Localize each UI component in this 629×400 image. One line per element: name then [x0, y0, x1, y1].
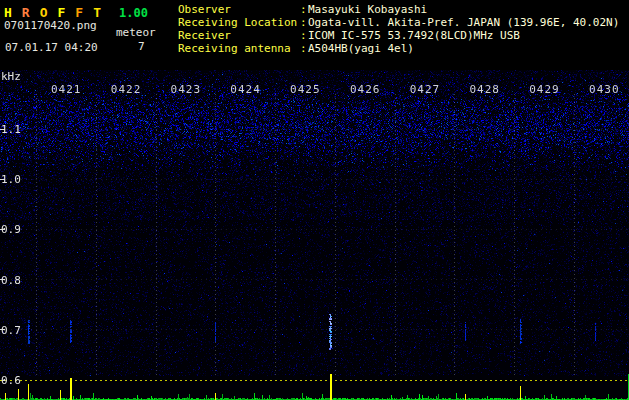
info-separator: :	[300, 3, 308, 16]
x-tick-label: 0422	[111, 83, 142, 96]
y-tick-label: 0.9	[1, 223, 21, 236]
app-title-letter: O	[40, 5, 48, 20]
observation-timestamp: 07.01.17 04:20	[5, 41, 98, 54]
x-tick-label: 0425	[290, 83, 321, 96]
info-label: Receiving Location	[178, 16, 300, 29]
info-value: ICOM IC-575 53.7492(8LCD)MHz USB	[308, 29, 520, 42]
info-label: Receiving antenna	[178, 42, 300, 55]
x-tick-label: 0421	[51, 83, 82, 96]
y-tick-label: 0.8	[1, 274, 21, 287]
info-row-location: Receiving Location:Ogata-vill. Akita-Pre…	[178, 16, 619, 29]
info-value: Ogata-vill. Akita-Pref. JAPAN (139.96E, …	[308, 16, 619, 29]
meteor-counter-value: 7	[138, 40, 145, 53]
info-value: Masayuki Kobayashi	[308, 3, 427, 16]
info-separator: :	[300, 16, 308, 29]
info-row-observer: Observer:Masayuki Kobayashi	[178, 3, 619, 16]
info-label: Receiver	[178, 29, 300, 42]
app-title-letter: F	[57, 5, 65, 20]
info-row-antenna: Receiving antenna:A504HB(yagi 4el)	[178, 42, 619, 55]
x-tick-label: 0426	[350, 83, 381, 96]
info-row-receiver: Receiver:ICOM IC-575 53.7492(8LCD)MHz US…	[178, 29, 619, 42]
y-tick-label: 1.1	[1, 123, 21, 136]
output-filename: 0701170420.png	[4, 19, 97, 32]
hrofft-screenshot: HROFFT1.00 0701170420.png meteor 07.01.1…	[0, 0, 629, 400]
y-axis-unit-label: kHz	[1, 70, 21, 83]
app-version: 1.00	[119, 6, 148, 20]
app-title-letter: T	[93, 5, 101, 20]
info-value: A504HB(yagi 4el)	[308, 42, 414, 55]
app-title-letter: F	[75, 5, 83, 20]
x-tick-label: 0424	[230, 83, 261, 96]
info-separator: :	[300, 29, 308, 42]
x-tick-label: 0427	[410, 83, 441, 96]
app-title-letter: H	[4, 5, 12, 20]
x-tick-label: 0429	[529, 83, 560, 96]
x-tick-label: 0430	[589, 83, 620, 96]
spectrogram-canvas	[0, 70, 629, 400]
y-tick-label: 1.0	[1, 173, 21, 186]
y-tick-label: 0.6	[1, 374, 21, 387]
info-separator: :	[300, 42, 308, 55]
x-tick-label: 0423	[171, 83, 202, 96]
info-label: Observer	[178, 3, 300, 16]
meteor-counter-label: meteor	[116, 26, 156, 39]
y-tick-label: 0.7	[1, 324, 21, 337]
station-info: Observer:Masayuki Kobayashi Receiving Lo…	[178, 3, 619, 55]
x-tick-label: 0428	[469, 83, 500, 96]
spectrogram: kHz 042104220423042404250426042704280429…	[0, 70, 629, 400]
app-title-letter: R	[22, 5, 30, 20]
